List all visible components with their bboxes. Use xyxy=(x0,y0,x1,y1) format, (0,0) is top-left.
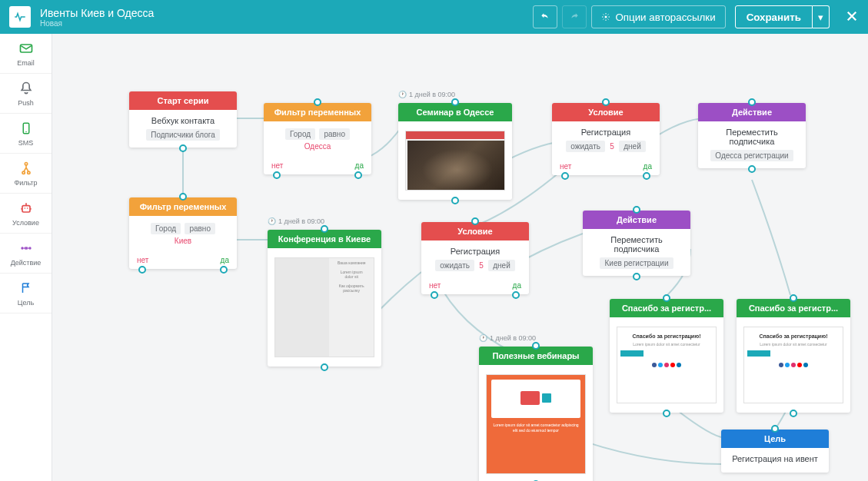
sidebar-item-action[interactable]: Действие xyxy=(0,234,52,274)
timer-label: 🕐 1 дней в 09:00 xyxy=(398,91,455,98)
cond-num: 5 xyxy=(610,142,614,151)
svg-point-4 xyxy=(25,163,27,165)
port-out[interactable] xyxy=(663,410,670,417)
node-filter-odessa[interactable]: Фильтр переменных Город равно Одесса нет… xyxy=(264,103,371,174)
clock-icon: 🕐 xyxy=(398,91,407,98)
branch-yes: да xyxy=(221,256,229,264)
port-yes[interactable] xyxy=(220,266,228,274)
port-no[interactable] xyxy=(561,172,569,180)
sidebar-item-condition[interactable]: Условие xyxy=(0,194,52,234)
email-preview: Ваша компанияLorem ipsumdolor sitКак офо… xyxy=(274,257,374,357)
sidebar-label: Цель xyxy=(18,299,34,307)
port-in[interactable] xyxy=(314,98,321,106)
sidebar-item-push[interactable]: Push xyxy=(0,74,52,114)
svg-rect-13 xyxy=(520,391,540,405)
sidebar-item-sms[interactable]: SMS xyxy=(0,114,52,154)
filter-value: Одесса xyxy=(304,142,331,151)
port-no[interactable] xyxy=(431,291,438,299)
sidebar-label: Условие xyxy=(12,219,39,227)
port-out[interactable] xyxy=(451,197,459,204)
port-in[interactable] xyxy=(602,98,610,106)
port-in[interactable] xyxy=(790,294,797,302)
node-action-odessa[interactable]: Действие Переместить подписчика Одесса р… xyxy=(698,103,806,168)
sidebar-label: SMS xyxy=(18,139,34,147)
port-no[interactable] xyxy=(138,266,146,274)
port-in[interactable] xyxy=(633,206,640,214)
flow-title: Ивенты Киев и Одесса xyxy=(40,7,533,19)
action-tag: Одесса регистрации xyxy=(710,150,793,161)
undo-button[interactable] xyxy=(533,5,557,28)
email-preview: Спасибо за регистрацию! Lorem ipsum dolo… xyxy=(743,327,843,403)
action-line: Переместить подписчика xyxy=(587,235,686,254)
node-email-webinars[interactable]: 🕐 1 дней в 09:00 Полезные вебинары Lorem… xyxy=(479,347,593,481)
email-preview: Спасибо за регистрацию! Lorem ipsum dolo… xyxy=(617,327,717,403)
app-logo xyxy=(9,6,31,28)
port-in[interactable] xyxy=(663,294,670,302)
port-out[interactable] xyxy=(633,273,640,280)
node-condition-2[interactable]: Условие Регистрация ожидать 5 дней нет д… xyxy=(421,222,529,294)
port-out[interactable] xyxy=(748,165,756,173)
autosend-options-button[interactable]: Опции авторассылки xyxy=(591,5,725,28)
sidebar-item-email[interactable]: Email xyxy=(0,34,52,74)
node-condition-1[interactable]: Условие Регистрация ожидать 5 дней нет д… xyxy=(552,103,660,175)
flag-icon xyxy=(18,280,35,297)
email-preview xyxy=(405,131,505,191)
port-in[interactable] xyxy=(321,225,328,233)
node-email-thanks-1[interactable]: Спасибо за регистр... Спасибо за регистр… xyxy=(610,299,723,413)
node-tag: Подписчики блога xyxy=(146,129,220,141)
branch-no: нет xyxy=(271,161,283,170)
filter-field: Город xyxy=(151,223,181,234)
sidebar-label: Push xyxy=(18,99,34,107)
flow-canvas[interactable]: Старт серии Вебхук контакта Подписчики б… xyxy=(52,34,868,481)
goal-line: Регистрация на ивент xyxy=(726,454,824,463)
svg-point-3 xyxy=(25,131,27,133)
cond-line: Регистрация xyxy=(426,247,524,256)
node-goal[interactable]: Цель Регистрация на ивент xyxy=(721,430,829,473)
action-icon xyxy=(18,240,35,257)
close-button[interactable] xyxy=(845,9,859,25)
branch-no: нет xyxy=(560,162,571,171)
node-action-kiev[interactable]: Действие Переместить подписчика Киев рег… xyxy=(583,211,690,276)
cond-wait: ожидать xyxy=(435,260,474,271)
port-out[interactable] xyxy=(321,363,328,371)
port-out[interactable] xyxy=(790,410,797,417)
email-preview: Lorem ipsum dolor sit amet consectetur a… xyxy=(486,374,586,474)
sidebar-label: Действие xyxy=(11,259,42,267)
filter-op: равно xyxy=(185,223,215,234)
port-in[interactable] xyxy=(471,217,479,225)
save-button[interactable]: Сохранить xyxy=(735,5,813,28)
autosend-label: Опции авторассылки xyxy=(615,12,715,23)
port-in[interactable] xyxy=(179,193,187,201)
port-in[interactable] xyxy=(532,342,540,350)
port-yes[interactable] xyxy=(512,291,520,299)
svg-rect-12 xyxy=(25,247,27,249)
clock-icon: 🕐 xyxy=(268,217,276,225)
cond-num: 5 xyxy=(479,261,484,270)
svg-point-11 xyxy=(28,247,31,249)
branch-yes: да xyxy=(644,162,652,171)
node-email-conference[interactable]: 🕐 1 дней в 09:00 Конференция в Киеве Ваш… xyxy=(268,230,381,367)
flow-status: Новая xyxy=(40,19,533,28)
port-in[interactable] xyxy=(771,425,779,433)
port-in[interactable] xyxy=(451,98,459,106)
sidebar-item-filter[interactable]: Фильтр xyxy=(0,154,52,194)
sidebar-item-goal[interactable]: Цель xyxy=(0,274,52,313)
svg-rect-14 xyxy=(542,393,551,403)
cond-wait: ожидать xyxy=(566,141,605,152)
branch-yes: да xyxy=(355,161,364,170)
node-email-seminar[interactable]: 🕐 1 дней в 09:00 Семинар в Одессе xyxy=(398,103,512,200)
filter-value: Киев xyxy=(175,237,191,245)
cond-days: дней xyxy=(619,141,646,152)
port-yes[interactable] xyxy=(643,172,650,180)
node-start[interactable]: Старт серии Вебхук контакта Подписчики б… xyxy=(129,91,237,148)
branch-no: нет xyxy=(429,281,441,290)
port-no[interactable] xyxy=(273,171,281,179)
save-dropdown-button[interactable]: ▾ xyxy=(813,5,830,28)
node-email-thanks-2[interactable]: Спасибо за регистр... Спасибо за регистр… xyxy=(737,299,850,413)
bell-icon xyxy=(18,80,35,97)
redo-button[interactable] xyxy=(562,5,587,28)
port-in[interactable] xyxy=(748,98,756,106)
port-out[interactable] xyxy=(179,144,187,152)
port-yes[interactable] xyxy=(354,171,362,179)
node-filter-kiev[interactable]: Фильтр переменных Город равно Киев нет д… xyxy=(129,197,237,269)
